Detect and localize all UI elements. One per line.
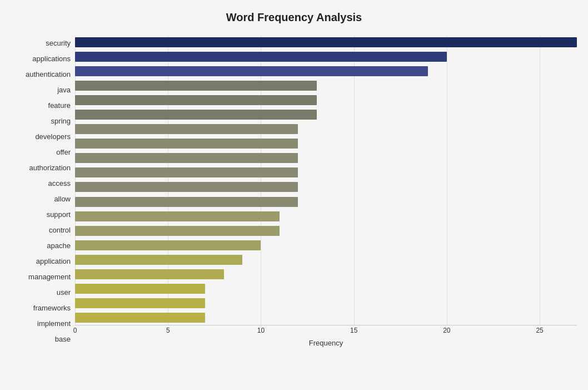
y-label: developers xyxy=(35,133,71,140)
bar-row xyxy=(75,268,577,280)
bar-row xyxy=(75,36,577,48)
bar-row xyxy=(75,152,577,164)
bar xyxy=(75,110,317,120)
bar-row xyxy=(75,80,577,92)
chart-title: Word Frequency Analysis xyxy=(11,11,577,24)
y-label: support xyxy=(47,211,71,218)
bar-row xyxy=(75,108,577,121)
bar xyxy=(75,37,577,47)
bar-row xyxy=(75,65,577,77)
y-label: application xyxy=(36,258,71,265)
y-label: authorization xyxy=(29,164,71,171)
x-tick-label: 5 xyxy=(166,327,170,334)
y-label: access xyxy=(48,180,71,187)
bar xyxy=(75,298,205,308)
bars-and-x: 0510152025 Frequency xyxy=(75,35,577,347)
x-tick-label: 20 xyxy=(443,327,450,334)
y-axis: securityapplicationsauthenticationjavafe… xyxy=(11,35,75,347)
bar xyxy=(75,153,298,163)
bar-row xyxy=(75,283,577,295)
y-label: user xyxy=(57,289,71,296)
bar-row xyxy=(75,51,577,63)
bar-row xyxy=(75,196,577,208)
y-label: feature xyxy=(48,102,71,109)
bar xyxy=(75,313,205,323)
x-tick-label: 10 xyxy=(257,327,265,334)
bar xyxy=(75,284,205,294)
bar xyxy=(75,182,298,192)
bar-row xyxy=(75,166,577,179)
bar xyxy=(75,269,224,279)
bar xyxy=(75,211,280,221)
chart-area: securityapplicationsauthenticationjavafe… xyxy=(11,35,577,347)
y-label: authentication xyxy=(26,71,71,78)
bar-row xyxy=(75,123,577,135)
bar xyxy=(75,52,447,62)
bar xyxy=(75,240,261,250)
bar xyxy=(75,167,298,177)
bar-row xyxy=(75,312,577,324)
bar xyxy=(75,255,242,265)
bars-area xyxy=(75,35,577,325)
y-label: apache xyxy=(47,242,71,249)
y-label: control xyxy=(49,226,71,234)
bar xyxy=(75,197,298,207)
y-label: java xyxy=(57,86,71,93)
y-label: management xyxy=(28,273,71,280)
x-tick-label: 25 xyxy=(536,327,543,334)
y-label: frameworks xyxy=(33,304,71,312)
x-axis: 0510152025 Frequency xyxy=(75,325,577,347)
bar xyxy=(75,124,298,134)
y-label: allow xyxy=(54,195,71,203)
bar-row xyxy=(75,225,577,237)
x-axis-label: Frequency xyxy=(75,339,577,347)
bar-row xyxy=(75,210,577,223)
bar xyxy=(75,81,317,91)
bar xyxy=(75,66,428,76)
y-label: offer xyxy=(56,149,71,156)
bar-row xyxy=(75,181,577,193)
bar xyxy=(75,95,317,105)
y-label: spring xyxy=(51,117,71,125)
y-label: security xyxy=(46,40,71,47)
bar-row xyxy=(75,239,577,251)
bar-row xyxy=(75,297,577,309)
y-label: base xyxy=(55,335,71,343)
y-label: implement xyxy=(37,320,71,327)
x-tick-label: 0 xyxy=(73,327,77,334)
y-label: applications xyxy=(32,55,71,62)
bar-row xyxy=(75,94,577,106)
bar-row xyxy=(75,137,577,150)
bar xyxy=(75,139,298,149)
x-tick-label: 15 xyxy=(350,327,357,334)
chart-container: Word Frequency Analysis securityapplicat… xyxy=(0,0,588,390)
bar-row xyxy=(75,254,577,266)
bar xyxy=(75,226,280,236)
